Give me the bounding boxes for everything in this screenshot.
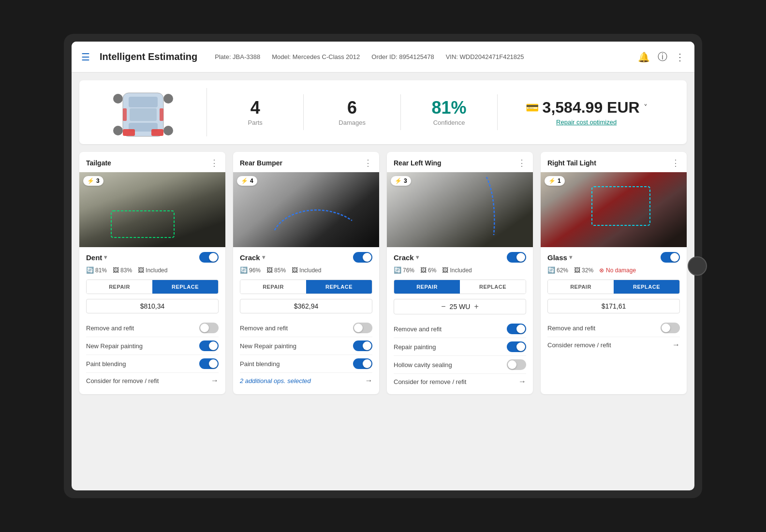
card-body: Dent ▾ 🔄 81% 🖼 83% 🖼 Included REPAIR REP… xyxy=(79,247,225,393)
additional-ops[interactable]: 2 additional ops. selected → xyxy=(240,372,372,388)
card-body: Crack ▾ 🔄 96% 🖼 85% 🖼 Included REPAIR RE… xyxy=(233,247,379,393)
option-toggle[interactable] xyxy=(507,341,526,352)
option-arrow[interactable]: → xyxy=(672,340,680,349)
options-list: Remove and refit New Repair painting Pai… xyxy=(240,319,372,388)
decrease-button[interactable]: − xyxy=(441,302,445,311)
parts-label: Parts xyxy=(248,119,263,126)
price-display: $362,94 xyxy=(240,299,372,313)
cost-dropdown-icon[interactable]: ˅ xyxy=(644,103,648,112)
car-photo[interactable]: ⚡ 3 xyxy=(79,172,225,247)
app-title: Intelligent Estimating xyxy=(100,51,197,62)
notification-icon[interactable]: 🔔 xyxy=(638,51,650,63)
damage-row: Crack ▾ xyxy=(394,252,526,263)
additional-ops-arrow[interactable]: → xyxy=(365,376,372,385)
option-row: Remove and refit xyxy=(547,319,680,337)
card-more-icon[interactable]: ⋮ xyxy=(517,158,526,168)
img-confidence: 🖼 32% xyxy=(574,266,593,274)
option-label: Repair painting xyxy=(394,343,436,351)
option-label: Remove and refit xyxy=(547,325,595,332)
bolt-icon: ⚡ xyxy=(395,177,402,184)
card-tailgate: Tailgate ⋮ ⚡ 3 Dent ▾ 🔄 81% 🖼 xyxy=(79,152,225,394)
conf-extra: 🖼 Included xyxy=(138,266,167,274)
option-toggle[interactable] xyxy=(199,340,219,351)
damage-type[interactable]: Crack ▾ xyxy=(394,253,419,262)
damage-toggle[interactable] xyxy=(199,252,219,263)
option-label: Remove and refit xyxy=(240,325,288,332)
option-toggle[interactable] xyxy=(353,358,372,369)
more-options-icon[interactable]: ⋮ xyxy=(675,51,685,63)
option-arrow[interactable]: → xyxy=(211,376,219,385)
replace-button[interactable]: REPLACE xyxy=(460,280,526,294)
confidence-row: 🔄 62% 🖼 32% ⊗ No damage xyxy=(547,266,680,274)
repair-button[interactable]: REPAIR xyxy=(548,280,614,294)
replace-button[interactable]: REPLACE xyxy=(614,280,679,294)
repair-button[interactable]: REPAIR xyxy=(87,280,152,294)
help-icon[interactable]: ⓘ xyxy=(658,50,667,63)
car-photo[interactable]: ⚡ 3 xyxy=(387,172,533,247)
car-diagram xyxy=(91,88,207,136)
svg-point-0 xyxy=(113,94,123,103)
option-label: Remove and refit xyxy=(394,325,442,333)
price-value: $362,94 xyxy=(294,302,319,310)
option-label: New Repair painting xyxy=(240,342,296,350)
menu-icon[interactable]: ☰ xyxy=(81,51,90,63)
card-more-icon[interactable]: ⋮ xyxy=(364,158,372,168)
damage-type[interactable]: Glass ▾ xyxy=(547,253,572,262)
svg-rect-11 xyxy=(160,108,163,121)
option-toggle[interactable] xyxy=(199,358,219,369)
replace-button[interactable]: REPLACE xyxy=(152,280,218,294)
confidence-value: 81% xyxy=(431,98,466,118)
option-toggle[interactable] xyxy=(507,359,526,370)
damage-type[interactable]: Dent ▾ xyxy=(86,253,107,262)
confidence-label: Confidence xyxy=(433,119,465,126)
increase-button[interactable]: + xyxy=(474,302,478,311)
repair-button[interactable]: REPAIR xyxy=(394,280,460,294)
options-list: Remove and refit Repair painting Hollow … xyxy=(394,320,526,389)
option-toggle[interactable] xyxy=(353,340,372,351)
ai-confidence: 🔄 81% xyxy=(86,266,107,274)
damage-toggle[interactable] xyxy=(507,252,526,263)
car-photo[interactable]: ⚡ 4 xyxy=(233,172,379,247)
confidence-row: 🔄 81% 🖼 83% 🖼 Included xyxy=(86,266,219,274)
option-toggle[interactable] xyxy=(661,323,680,333)
card-more-icon[interactable]: ⋮ xyxy=(210,158,219,168)
damage-toggle[interactable] xyxy=(661,252,680,263)
option-toggle[interactable] xyxy=(199,323,219,333)
option-toggle[interactable] xyxy=(353,323,372,333)
damages-label: Damages xyxy=(339,119,366,126)
model-info: Model: Mercedes C-Class 2012 xyxy=(272,53,360,60)
parts-value: 4 xyxy=(250,98,260,118)
action-buttons: REPAIR REPLACE xyxy=(86,280,219,294)
option-row: Paint blending xyxy=(86,355,219,372)
confidence-row: 🔄 96% 🖼 85% 🖼 Included xyxy=(240,266,372,274)
img-icon: 🖼 xyxy=(113,266,119,274)
vin-info: VIN: WDD2042471F421825 xyxy=(446,53,524,60)
option-toggle[interactable] xyxy=(507,324,526,334)
option-arrow[interactable]: → xyxy=(518,377,526,386)
card-right-tail-light: Right Tail Light ⋮ ⚡ 1 Glass ▾ 🔄 62% xyxy=(541,152,687,394)
svg-rect-9 xyxy=(151,129,163,136)
price-value: $810,34 xyxy=(140,302,165,310)
damage-type[interactable]: Crack ▾ xyxy=(240,253,265,262)
option-label: New Repair painting xyxy=(86,342,143,350)
price-value: $171,61 xyxy=(602,302,626,310)
option-label: Hollow cavity sealing xyxy=(394,361,452,369)
damage-chevron-icon: ▾ xyxy=(569,254,572,261)
card-more-icon[interactable]: ⋮ xyxy=(671,158,680,168)
damage-toggle[interactable] xyxy=(353,252,372,263)
option-row: Hollow cavity sealing xyxy=(394,355,526,373)
conf-extra: 🖼 Included xyxy=(292,266,321,274)
bolt-icon: ⚡ xyxy=(548,177,556,184)
card-title: Rear Left Wing xyxy=(394,159,442,167)
app-header: ☰ Intelligent Estimating Plate: JBA-3388… xyxy=(72,42,694,73)
cost-optimized-label[interactable]: Repair cost optimized xyxy=(556,118,617,126)
repair-button[interactable]: REPAIR xyxy=(240,280,306,294)
svg-rect-10 xyxy=(123,108,127,121)
option-label: Remove and refit xyxy=(86,325,134,332)
tablet-nav-button[interactable] xyxy=(688,256,707,276)
card-title: Rear Bumper xyxy=(240,159,282,167)
car-photo[interactable]: ⚡ 1 xyxy=(541,172,687,247)
damage-count: 3 xyxy=(96,177,100,184)
img-icon: 🖼 xyxy=(574,266,580,274)
replace-button[interactable]: REPLACE xyxy=(306,280,372,294)
